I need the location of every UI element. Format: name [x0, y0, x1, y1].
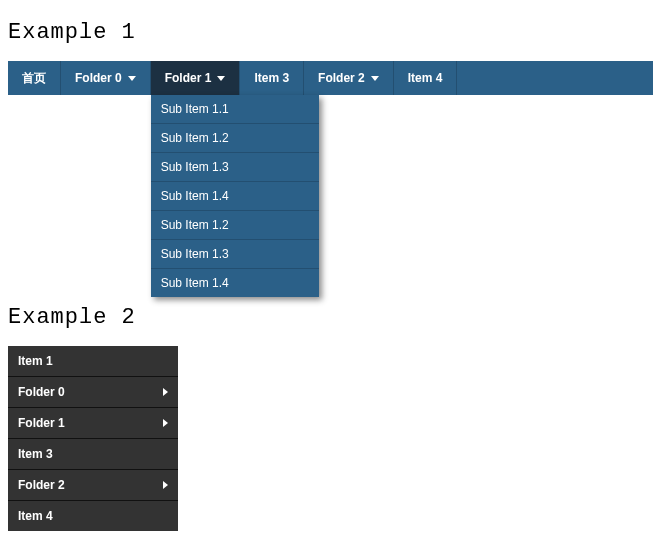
nav1-item-label: Item 4: [408, 71, 443, 85]
nav2-item-label: Item 3: [18, 447, 53, 461]
example2-navbar: Item 1 Folder 0 Folder 1 Item 3 Folder 2…: [8, 346, 178, 531]
example2-heading: Example 2: [8, 305, 653, 330]
nav1-item-label: Folder 0: [75, 71, 122, 85]
nav2-item-item3[interactable]: Item 3: [8, 439, 178, 470]
dropdown-item[interactable]: Sub Item 1.4: [151, 182, 319, 211]
chevron-down-icon: [217, 76, 225, 81]
nav1-item-folder1[interactable]: Folder 1 Sub Item 1.1 Sub Item 1.2 Sub I…: [151, 61, 241, 95]
nav2-item-label: Item 4: [18, 509, 53, 523]
dropdown-item[interactable]: Sub Item 1.2: [151, 124, 319, 153]
dropdown-item-label: Sub Item 1.4: [161, 276, 229, 290]
dropdown-item-label: Sub Item 1.3: [161, 160, 229, 174]
nav1-item-label: Item 3: [254, 71, 289, 85]
dropdown-item-label: Sub Item 1.2: [161, 131, 229, 145]
nav2-item-folder2[interactable]: Folder 2: [8, 470, 178, 501]
nav1-item-folder0[interactable]: Folder 0: [61, 61, 151, 95]
dropdown-item[interactable]: Sub Item 1.3: [151, 240, 319, 269]
nav2-item-label: Folder 1: [18, 416, 65, 430]
nav1-item-item4[interactable]: Item 4: [394, 61, 458, 95]
chevron-right-icon: [163, 419, 168, 427]
nav2-item-folder0[interactable]: Folder 0: [8, 377, 178, 408]
nav1-item-home[interactable]: 首页: [8, 61, 61, 95]
example1-navbar: 首页 Folder 0 Folder 1 Sub Item 1.1 Sub It…: [8, 61, 653, 95]
nav2-item-label: Item 1: [18, 354, 53, 368]
example1-heading: Example 1: [8, 20, 653, 45]
nav1-item-folder2[interactable]: Folder 2: [304, 61, 394, 95]
dropdown-item[interactable]: Sub Item 1.1: [151, 95, 319, 124]
dropdown-item[interactable]: Sub Item 1.3: [151, 153, 319, 182]
nav1-folder1-dropdown: Sub Item 1.1 Sub Item 1.2 Sub Item 1.3 S…: [151, 95, 319, 297]
chevron-right-icon: [163, 481, 168, 489]
spacer: [8, 95, 653, 295]
dropdown-item[interactable]: Sub Item 1.4: [151, 269, 319, 297]
nav1-item-label: Folder 2: [318, 71, 365, 85]
nav2-item-item1[interactable]: Item 1: [8, 346, 178, 377]
chevron-right-icon: [163, 388, 168, 396]
chevron-down-icon: [128, 76, 136, 81]
dropdown-item-label: Sub Item 1.2: [161, 218, 229, 232]
dropdown-item[interactable]: Sub Item 1.2: [151, 211, 319, 240]
dropdown-item-label: Sub Item 1.1: [161, 102, 229, 116]
nav2-item-item4[interactable]: Item 4: [8, 501, 178, 531]
nav1-item-label: Folder 1: [165, 71, 212, 85]
nav2-item-label: Folder 2: [18, 478, 65, 492]
nav2-item-label: Folder 0: [18, 385, 65, 399]
nav1-item-item3[interactable]: Item 3: [240, 61, 304, 95]
chevron-down-icon: [371, 76, 379, 81]
nav1-item-label: 首页: [22, 70, 46, 87]
dropdown-item-label: Sub Item 1.3: [161, 247, 229, 261]
nav2-item-folder1[interactable]: Folder 1: [8, 408, 178, 439]
dropdown-item-label: Sub Item 1.4: [161, 189, 229, 203]
